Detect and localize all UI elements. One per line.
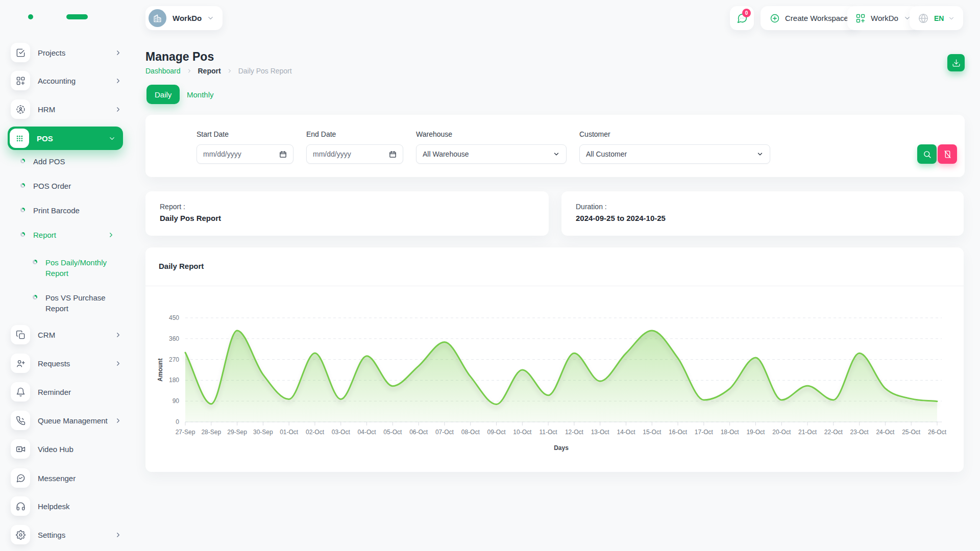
tab-daily[interactable]: Daily [146, 85, 180, 104]
sidebar-item-reminder[interactable]: Reminder [11, 380, 122, 404]
customer-label: Customer [579, 130, 610, 138]
create-workspace-button[interactable]: Create Workspace [761, 6, 857, 30]
sidebar-item-projects[interactable]: Projects [11, 41, 122, 64]
headphones-icon [11, 496, 30, 516]
requests-icon [11, 354, 30, 373]
chevron-right-icon [114, 106, 122, 113]
svg-text:16-Oct: 16-Oct [669, 429, 688, 436]
sidebar-item-add-pos[interactable]: Add POS [20, 156, 65, 167]
pos-icon [10, 129, 29, 148]
sidebar-item-settings[interactable]: Settings [11, 523, 122, 546]
sidebar-item-report[interactable]: Report [20, 230, 115, 240]
workspace-avatar [149, 9, 166, 27]
sidebar-item-pos[interactable]: POS [8, 127, 123, 150]
sidebar-item-print-barcode[interactable]: Print Barcode [20, 205, 80, 216]
report-label: Report : [160, 203, 185, 211]
chevron-right-icon [114, 531, 122, 539]
sidebar-item-queue-management[interactable]: Queue Management [11, 409, 122, 432]
chevron-down-icon [553, 151, 560, 158]
svg-text:19-Oct: 19-Oct [746, 429, 765, 436]
sidebar-item-label: Video Hub [38, 445, 74, 454]
sidebar-item-hrm[interactable]: HRM [11, 97, 122, 121]
customer-select[interactable]: All Customer [579, 144, 770, 164]
svg-text:180: 180 [169, 377, 179, 384]
chevron-right-icon [107, 231, 115, 239]
svg-text:13-Oct: 13-Oct [591, 429, 610, 436]
sidebar-item-label: Requests [38, 359, 70, 368]
sidebar-item-pos-order[interactable]: POS Order [20, 181, 71, 191]
messages-button[interactable]: 0 [730, 6, 754, 30]
end-date-input[interactable]: mm/dd/yyyy [306, 144, 403, 164]
svg-text:24-Oct: 24-Oct [876, 429, 895, 436]
workspace-name: WorkDo [173, 14, 202, 22]
customer-selected-value: All Customer [586, 150, 627, 158]
sidebar-item-label: Queue Management [38, 416, 108, 425]
gear-icon [11, 525, 30, 544]
svg-text:07-Oct: 07-Oct [435, 429, 454, 436]
accounting-icon [11, 71, 30, 90]
start-date-label: Start Date [197, 130, 229, 138]
sidebar-item-accounting[interactable]: Accounting [11, 69, 122, 92]
start-date-input[interactable]: mm/dd/yyyy [197, 144, 293, 164]
svg-text:06-Oct: 06-Oct [409, 429, 428, 436]
svg-text:11-Oct: 11-Oct [540, 429, 558, 436]
sidebar-item-crm[interactable]: CRM [11, 323, 122, 346]
chevron-right-icon [227, 68, 233, 74]
sidebar-item-pos-vs-purchase-report[interactable]: Pos VS Purchase Report [33, 292, 115, 314]
workspace-selector[interactable]: WorkDo [145, 6, 223, 30]
hrm-icon [11, 99, 30, 119]
sidebar-item-helpdesk[interactable]: Helpdesk [11, 494, 122, 518]
workdo-dropdown[interactable]: WorkDo [847, 6, 919, 30]
reset-filter-button[interactable] [938, 144, 957, 164]
messenger-icon [11, 468, 30, 488]
bullet-icon [33, 295, 37, 299]
download-button[interactable] [947, 54, 965, 71]
sidebar-item-label: POS [37, 134, 53, 143]
svg-text:03-Oct: 03-Oct [332, 429, 351, 436]
svg-text:04-Oct: 04-Oct [358, 429, 377, 436]
warehouse-select[interactable]: All Warehouse [416, 144, 567, 164]
chevron-right-icon [114, 77, 122, 85]
language-code: EN [934, 14, 944, 22]
sidebar-item-requests[interactable]: Requests [11, 352, 122, 375]
svg-text:27-Sep: 27-Sep [176, 429, 195, 436]
building-icon [153, 13, 162, 23]
logo-dot [28, 14, 33, 19]
breadcrumb-dashboard[interactable]: Dashboard [145, 67, 181, 75]
bullet-icon [20, 159, 25, 163]
svg-text:09-Oct: 09-Oct [487, 429, 506, 436]
projects-icon [11, 43, 30, 62]
svg-text:28-Sep: 28-Sep [201, 429, 221, 436]
duration-value: 2024-09-25 to 2024-10-25 [576, 214, 666, 222]
chevron-down-icon [207, 14, 214, 22]
svg-text:14-Oct: 14-Oct [617, 429, 635, 436]
sidebar-item-label: Report [33, 230, 56, 240]
logo-dash-bar [66, 14, 88, 19]
download-icon [952, 59, 961, 67]
sidebar-item-label: Pos Daily/Monthly Report [45, 257, 112, 279]
page-title: Manage Pos [145, 50, 214, 64]
breadcrumb: Dashboard Report Daily Pos Report [145, 67, 292, 75]
svg-text:15-Oct: 15-Oct [643, 429, 662, 436]
chevron-down-icon [108, 135, 116, 142]
sidebar-item-messenger[interactable]: Messenger [11, 466, 122, 490]
sidebar-item-pos-daily-monthly-report[interactable]: Pos Daily/Monthly Report [33, 257, 115, 279]
tab-monthly[interactable]: Monthly [187, 85, 214, 104]
report-value: Daily Pos Report [160, 214, 221, 222]
search-icon [923, 150, 932, 159]
breadcrumb-report[interactable]: Report [198, 67, 221, 75]
language-selector[interactable]: EN [910, 6, 963, 30]
search-button[interactable] [917, 144, 937, 164]
svg-text:10-Oct: 10-Oct [513, 429, 532, 436]
svg-text:26-Oct: 26-Oct [928, 429, 947, 436]
sidebar-item-video-hub[interactable]: Video Hub [11, 437, 122, 461]
sidebar: Projects Accounting HRM POS Add POS POS … [0, 0, 131, 551]
svg-text:30-Sep: 30-Sep [253, 429, 273, 436]
warehouse-selected-value: All Warehouse [423, 150, 469, 158]
svg-text:90: 90 [173, 397, 180, 405]
svg-text:25-Oct: 25-Oct [902, 429, 921, 436]
grid-plus-icon [855, 13, 866, 23]
svg-text:05-Oct: 05-Oct [383, 429, 402, 436]
daily-report-area-chart[interactable]: 09018027036045027-Sep28-Sep29-Sep30-Sep0… [145, 287, 962, 470]
svg-text:29-Sep: 29-Sep [227, 429, 247, 436]
